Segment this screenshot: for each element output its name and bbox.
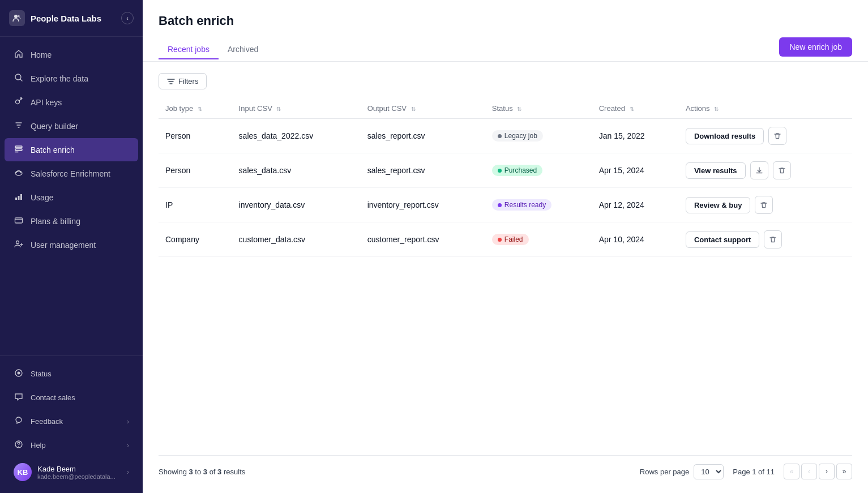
created-cell: Jan 15, 2022 <box>592 119 679 153</box>
last-page-button[interactable]: » <box>836 464 852 479</box>
sidebar-item-batch-enrich[interactable]: Batch enrich <box>5 138 138 161</box>
sidebar-item-home[interactable]: Home <box>5 43 138 66</box>
feedback-chevron-icon: › <box>127 418 129 426</box>
svg-rect-4 <box>15 146 22 148</box>
action-primary-button[interactable]: Download results <box>686 128 764 144</box>
output-csv-cell: sales_report.csv <box>361 119 485 153</box>
action-primary-button[interactable]: View results <box>686 162 746 179</box>
sidebar-item-label: Status <box>31 370 52 378</box>
col-actions: Actions ⇅ <box>679 98 852 119</box>
col-input-csv[interactable]: Input CSV ⇅ <box>232 98 361 119</box>
sidebar-footer: Status Contact sales Feedback › Help › K… <box>0 355 143 493</box>
sidebar-item-status[interactable]: Status <box>5 362 138 385</box>
svg-point-3 <box>16 100 20 104</box>
output-csv-cell: sales_report.csv <box>361 153 485 188</box>
action-cell-container: Review & buy <box>686 196 845 214</box>
svg-rect-7 <box>15 198 17 200</box>
table-row: Person sales_data_2022.csv sales_report.… <box>159 119 852 153</box>
action-cell-container: View results <box>686 161 845 179</box>
output-csv-cell: customer_report.csv <box>361 222 485 257</box>
status-cell: Purchased <box>485 153 592 188</box>
status-dot <box>498 203 502 207</box>
sidebar-item-label: Contact sales <box>31 393 75 402</box>
action-primary-button[interactable]: Contact support <box>686 232 759 248</box>
page-title: Batch enrich <box>159 14 852 28</box>
usage-icon <box>14 192 24 203</box>
first-page-button[interactable]: « <box>784 464 799 479</box>
sidebar-item-label: Usage <box>31 193 53 202</box>
action-cell-container: Contact support <box>686 230 845 248</box>
filters-bar: Filters <box>159 73 852 89</box>
svg-point-15 <box>18 446 19 447</box>
new-enrich-job-button[interactable]: New enrich job <box>779 37 852 57</box>
sidebar-item-label: Query builder <box>31 122 78 131</box>
help-icon <box>14 440 24 451</box>
rows-per-page-label: Rows per page <box>640 468 689 476</box>
sidebar-item-explore[interactable]: Explore the data <box>5 67 138 90</box>
sort-icon: ⇅ <box>714 106 719 112</box>
col-job-type[interactable]: Job type ⇅ <box>159 98 232 119</box>
sidebar-item-help[interactable]: Help › <box>5 434 138 457</box>
table-body: Person sales_data_2022.csv sales_report.… <box>159 119 852 257</box>
tab-archived[interactable]: Archived <box>219 40 267 59</box>
status-badge: Legacy job <box>492 130 543 142</box>
sidebar-item-api-keys[interactable]: API keys <box>5 91 138 114</box>
batch-enrich-icon <box>14 144 24 155</box>
col-created[interactable]: Created ⇅ <box>592 98 679 119</box>
input-csv-cell: customer_data.csv <box>232 222 361 257</box>
avatar: KB <box>14 463 32 481</box>
rows-per-page-select[interactable]: 10 25 50 <box>694 464 724 479</box>
filters-button[interactable]: Filters <box>159 73 207 89</box>
sidebar-item-label: User management <box>31 241 96 250</box>
col-output-csv[interactable]: Output CSV ⇅ <box>361 98 485 119</box>
contact-sales-icon <box>14 392 24 403</box>
help-chevron-icon: › <box>127 441 129 449</box>
logo-icon <box>9 10 25 26</box>
created-cell: Apr 10, 2024 <box>592 222 679 257</box>
actions-cell: View results <box>679 153 852 188</box>
sidebar-user[interactable]: KB Kade Beem kade.beem@peopledatala... › <box>5 457 138 487</box>
col-status[interactable]: Status ⇅ <box>485 98 592 119</box>
sidebar-item-query-builder[interactable]: Query builder <box>5 114 138 138</box>
input-csv-cell: sales_data.csv <box>232 153 361 188</box>
next-page-button[interactable]: › <box>819 464 835 479</box>
status-dot <box>498 134 502 138</box>
main-content: Batch enrich Recent jobs Archived New en… <box>143 0 868 493</box>
delete-icon-button[interactable] <box>755 196 773 214</box>
query-builder-icon <box>14 121 24 131</box>
trash-icon <box>773 132 781 140</box>
user-chevron-icon: › <box>127 468 129 476</box>
svg-rect-10 <box>15 218 23 223</box>
status-cell: Failed <box>485 222 592 257</box>
sidebar-item-plans-billing[interactable]: Plans & billing <box>5 209 138 233</box>
delete-icon-button[interactable] <box>764 230 782 248</box>
svg-rect-9 <box>20 194 22 200</box>
sidebar-item-label: Salesforce Enrichment <box>31 169 110 178</box>
job-type-cell: Person <box>159 153 232 188</box>
svg-point-0 <box>14 15 18 18</box>
sidebar-item-user-management[interactable]: User management <box>5 233 138 256</box>
table-header: Job type ⇅ Input CSV ⇅ Output CSV ⇅ St <box>159 98 852 119</box>
rows-per-page: Rows per page 10 25 50 <box>640 464 724 479</box>
jobs-table: Job type ⇅ Input CSV ⇅ Output CSV ⇅ St <box>159 98 852 257</box>
sidebar-collapse-button[interactable]: ‹ <box>121 12 134 24</box>
prev-page-button[interactable]: ‹ <box>801 464 817 479</box>
action-primary-button[interactable]: Review & buy <box>686 197 751 213</box>
delete-icon-button[interactable] <box>773 161 791 179</box>
user-name: Kade Beem <box>37 465 121 473</box>
sort-icon: ⇅ <box>198 106 202 112</box>
tabs: Recent jobs Archived <box>159 40 267 59</box>
sidebar-item-usage[interactable]: Usage <box>5 186 138 209</box>
pagination-right: Rows per page 10 25 50 Page 1 of 11 « ‹ … <box>640 464 852 479</box>
home-icon <box>14 49 24 60</box>
tab-recent-jobs[interactable]: Recent jobs <box>159 40 219 59</box>
table-row: IP inventory_data.csv inventory_report.c… <box>159 188 852 222</box>
delete-icon-button[interactable] <box>768 127 786 145</box>
api-keys-icon <box>14 97 24 108</box>
sidebar-item-feedback[interactable]: Feedback › <box>5 410 138 433</box>
svg-point-2 <box>15 74 21 80</box>
sidebar-item-salesforce[interactable]: Salesforce Enrichment <box>5 162 138 185</box>
trash-icon <box>760 201 768 209</box>
sidebar-item-contact-sales[interactable]: Contact sales <box>5 386 138 409</box>
download-icon-button[interactable] <box>750 161 768 179</box>
